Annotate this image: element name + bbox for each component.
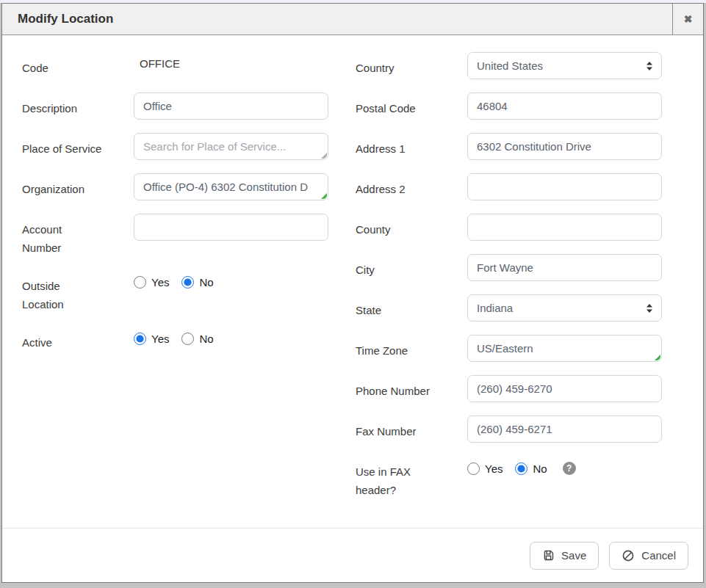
field-row-time-zone: Time Zone: [356, 335, 662, 362]
active-yes-option[interactable]: Yes: [134, 333, 169, 345]
country-select[interactable]: United States: [467, 52, 662, 79]
field-row-postal-code: Postal Code: [356, 92, 662, 120]
time-zone-input[interactable]: [467, 335, 662, 362]
use-in-fax-header-radio-group: Yes No ?: [467, 456, 576, 475]
phone-number-input[interactable]: [467, 375, 662, 402]
cancel-button[interactable]: Cancel: [609, 542, 688, 570]
radio-option-label: No: [199, 333, 213, 345]
active-no-option[interactable]: No: [181, 333, 213, 345]
active-yes-radio[interactable]: [134, 333, 146, 345]
dialog-title: Modify Location: [2, 12, 672, 26]
save-icon: [542, 549, 555, 562]
field-row-phone-number: Phone Number: [356, 375, 662, 402]
dialog-header: Modify Location ✖: [2, 4, 703, 35]
dialog-footer: Save Cancel: [2, 528, 703, 582]
place-of-service-label: Place of Service: [22, 133, 134, 158]
use-in-fax-header-no-option[interactable]: No: [515, 462, 547, 475]
field-row-city: City: [356, 254, 662, 281]
radio-option-label: No: [533, 462, 547, 475]
field-row-description: Description: [22, 92, 328, 120]
address1-input[interactable]: [467, 133, 662, 160]
dialog-body: Code OFFICE Description Place of Service: [2, 35, 703, 512]
field-row-state: State Indiana: [356, 294, 662, 322]
phone-number-label: Phone Number: [356, 375, 467, 400]
field-row-code: Code OFFICE: [22, 52, 328, 79]
outside-location-yes-option[interactable]: Yes: [134, 276, 169, 288]
save-button[interactable]: Save: [530, 542, 599, 570]
address1-label: Address 1: [356, 133, 467, 158]
time-zone-label: Time Zone: [356, 335, 467, 360]
address2-input[interactable]: [467, 173, 662, 200]
state-select[interactable]: Indiana: [467, 294, 662, 322]
use-in-fax-header-yes-option[interactable]: Yes: [467, 462, 503, 475]
field-row-use-in-fax-header: Use in FAX header? Yes No ?: [356, 456, 662, 499]
county-label: County: [356, 214, 467, 239]
field-row-country: Country United States: [356, 52, 662, 79]
radio-option-label: Yes: [485, 462, 503, 475]
use-in-fax-header-label: Use in FAX header?: [356, 456, 467, 499]
field-row-place-of-service: Place of Service: [22, 133, 328, 160]
cancel-button-label: Cancel: [641, 549, 676, 562]
outside-location-radio-group: Yes No: [134, 270, 226, 288]
county-input[interactable]: [467, 214, 662, 241]
active-no-radio[interactable]: [181, 333, 194, 345]
close-button[interactable]: ✖: [672, 4, 703, 35]
code-label: Code: [22, 52, 134, 77]
description-label: Description: [22, 92, 134, 117]
fax-number-input[interactable]: [467, 415, 662, 443]
fax-number-label: Fax Number: [356, 415, 467, 440]
close-icon: ✖: [684, 13, 693, 25]
ban-icon: [622, 549, 635, 562]
city-label: City: [356, 254, 467, 279]
postal-code-label: Postal Code: [356, 92, 467, 117]
country-label: Country: [356, 52, 467, 77]
account-number-label: Account Number: [22, 214, 134, 257]
active-radio-group: Yes No: [134, 327, 226, 345]
use-in-fax-header-no-radio[interactable]: [515, 462, 527, 475]
field-row-outside-location: Outside Location Yes No: [22, 270, 328, 313]
left-column: Code OFFICE Description Place of Service: [22, 52, 328, 512]
field-row-address2: Address 2: [356, 173, 662, 200]
right-column: Country United States Postal Code: [356, 52, 662, 512]
outside-location-no-option[interactable]: No: [181, 276, 213, 288]
postal-code-input[interactable]: [467, 92, 662, 120]
radio-option-label: Yes: [151, 276, 169, 288]
outside-location-no-radio[interactable]: [181, 276, 194, 288]
city-input[interactable]: [467, 254, 662, 281]
outside-location-yes-radio[interactable]: [134, 276, 146, 288]
radio-option-label: Yes: [151, 333, 169, 345]
state-label: State: [356, 294, 467, 319]
field-row-county: County: [356, 214, 662, 241]
address2-label: Address 2: [356, 173, 467, 198]
use-in-fax-header-yes-radio[interactable]: [467, 462, 480, 475]
outside-location-label: Outside Location: [22, 270, 134, 313]
field-row-active: Active Yes No: [22, 327, 328, 354]
code-value: OFFICE: [134, 52, 328, 70]
description-input[interactable]: [134, 92, 328, 120]
field-row-address1: Address 1: [356, 133, 662, 160]
organization-label: Organization: [22, 173, 134, 198]
field-row-organization: Organization: [22, 173, 328, 200]
radio-option-label: No: [199, 276, 213, 288]
active-label: Active: [22, 327, 134, 352]
field-row-account-number: Account Number: [22, 214, 328, 257]
save-button-label: Save: [561, 549, 586, 562]
organization-input[interactable]: [134, 173, 328, 200]
question-circle-icon[interactable]: ?: [563, 462, 576, 475]
place-of-service-input[interactable]: [134, 133, 328, 160]
modify-location-dialog: Modify Location ✖ Code OFFICE Descriptio…: [1, 3, 704, 583]
account-number-input[interactable]: [134, 214, 328, 241]
field-row-fax-number: Fax Number: [356, 415, 662, 443]
